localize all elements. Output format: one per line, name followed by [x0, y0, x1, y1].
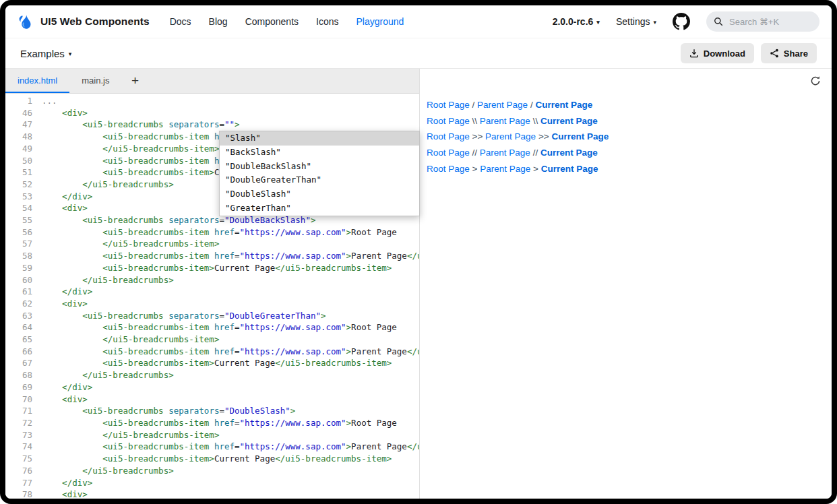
line-number: 72 [5, 417, 42, 429]
breadcrumb: Root Page // Parent Page // Current Page [427, 148, 832, 158]
line-number: 75 [5, 453, 42, 465]
breadcrumb-link[interactable]: Parent Page [480, 164, 530, 174]
line-number: 76 [5, 465, 42, 477]
chevron-down-icon: ▾ [653, 19, 656, 26]
line-number: 46 [5, 107, 42, 119]
code-line[interactable]: 65 </ui5-breadcrumbs-item> [5, 334, 419, 346]
main-nav: Docs Blog Components Icons Playground [170, 16, 404, 27]
code-line[interactable]: 70 <div> [5, 393, 419, 406]
search-box[interactable] [706, 11, 819, 32]
code-line[interactable]: 60 </ui5-breadcrumbs> [5, 274, 419, 286]
line-number: 48 [5, 131, 42, 143]
tab-main-js[interactable]: main.js [69, 69, 121, 93]
breadcrumb-link[interactable]: Parent Page [480, 116, 530, 126]
code-line[interactable]: 76 </ui5-breadcrumbs> [5, 465, 419, 477]
download-button[interactable]: Download [681, 43, 754, 63]
version-dropdown[interactable]: 2.0.0-rc.6 ▾ [553, 16, 600, 27]
share-button[interactable]: Share [761, 43, 817, 63]
autocomplete-item[interactable]: "DoubleSlash" [220, 187, 419, 201]
code-line[interactable]: 58 <ui5-breadcrumbs-item href="https://w… [5, 250, 419, 262]
line-number: 51 [5, 166, 42, 179]
autocomplete-item[interactable]: "DoubleBackSlash" [220, 160, 419, 174]
line-number: 60 [5, 274, 42, 286]
breadcrumb-link[interactable]: Parent Page [485, 131, 536, 141]
search-input[interactable] [728, 16, 805, 28]
tab-index-html[interactable]: index.html [5, 69, 69, 93]
line-number: 56 [5, 226, 42, 239]
chevron-down-icon: ▾ [596, 19, 600, 26]
line-number: 64 [5, 321, 42, 334]
line-number: 61 [5, 286, 42, 298]
line-number: 62 [5, 298, 42, 310]
line-number: 70 [5, 393, 42, 406]
preview-toolbar [420, 69, 832, 93]
code-line[interactable]: 67 <ui5-breadcrumbs-item>Current Page</u… [5, 357, 419, 369]
line-number: 50 [5, 155, 42, 167]
line-number: 66 [5, 346, 42, 358]
version-label: 2.0.0-rc.6 [553, 16, 594, 27]
breadcrumb-current: Current Page [540, 116, 598, 126]
brand[interactable]: UI5 Web Components [18, 13, 150, 30]
line-number: 53 [5, 191, 42, 203]
breadcrumb-link[interactable]: Root Page [427, 116, 470, 126]
breadcrumb-link[interactable]: Root Page [427, 131, 470, 141]
code-line[interactable]: 78 <div> [5, 489, 419, 499]
code-line[interactable]: 68 </ui5-breadcrumbs> [5, 369, 419, 381]
code-line[interactable]: 72 <ui5-breadcrumbs-item href="https://w… [5, 417, 419, 429]
breadcrumb-current: Current Page [535, 100, 592, 110]
search-icon [714, 17, 723, 26]
breadcrumb-link[interactable]: Root Page [427, 100, 470, 110]
breadcrumb-separator: >> [536, 131, 551, 141]
breadcrumb-separator: // [470, 148, 480, 158]
refresh-button[interactable] [809, 74, 822, 88]
line-number: 54 [5, 202, 42, 214]
breadcrumb-link[interactable]: Root Page [427, 148, 470, 158]
code-line[interactable]: 46 <div> [5, 107, 419, 119]
code-line[interactable]: 64 <ui5-breadcrumbs-item href="https://w… [5, 321, 419, 334]
code-line[interactable]: 62 <div> [5, 298, 419, 310]
code-line[interactable]: 71 <ui5-breadcrumbs separators="DoubleSl… [5, 405, 419, 417]
code-line[interactable]: 75 <ui5-breadcrumbs-item>Current Page</u… [5, 453, 419, 465]
autocomplete-item[interactable]: "BackSlash" [220, 146, 419, 160]
nav-playground[interactable]: Playground [356, 16, 404, 27]
nav-docs[interactable]: Docs [170, 16, 191, 27]
line-number: 57 [5, 238, 42, 250]
code-line[interactable]: 74 <ui5-breadcrumbs-item href="https://w… [5, 441, 419, 453]
add-tab-button[interactable]: + [121, 69, 148, 93]
code-line[interactable]: 57 </ui5-breadcrumbs-item> [5, 238, 419, 250]
github-icon[interactable] [673, 13, 690, 30]
nav-icons[interactable]: Icons [316, 16, 338, 27]
nav-components[interactable]: Components [245, 16, 299, 27]
nav-blog[interactable]: Blog [209, 16, 228, 27]
examples-dropdown[interactable]: Examples ▾ [20, 48, 71, 59]
autocomplete-item[interactable]: "GreaterThan" [220, 201, 419, 216]
line-number: 69 [5, 381, 42, 393]
code-line[interactable]: 77 </div> [5, 477, 419, 489]
breadcrumb-separator: / [528, 100, 535, 110]
code-line[interactable]: 63 <ui5-breadcrumbs separators="DoubleGr… [5, 310, 419, 322]
breadcrumb: Root Page > Parent Page > Current Page [427, 164, 832, 174]
autocomplete-item[interactable]: "DoubleGreaterThan" [220, 173, 419, 187]
autocomplete-item[interactable]: "Slash" [220, 131, 419, 146]
toolbar-actions: Download Share [681, 43, 817, 63]
line-number: 47 [5, 119, 42, 131]
share-label: Share [784, 49, 808, 59]
editor-tabbar: index.html main.js + [5, 69, 419, 94]
breadcrumb-link[interactable]: Parent Page [477, 100, 528, 110]
breadcrumb-link[interactable]: Parent Page [480, 148, 530, 158]
code-line[interactable]: 59 <ui5-breadcrumbs-item>Current Page</u… [5, 262, 419, 274]
code-line[interactable]: 73 </ui5-breadcrumbs-item> [5, 429, 419, 441]
preview-breadcrumbs: Root Page / Parent Page / Current PageRo… [420, 93, 832, 179]
line-number: 52 [5, 179, 42, 191]
breadcrumb-link[interactable]: Root Page [427, 164, 470, 174]
chevron-down-icon: ▾ [69, 51, 72, 57]
code-line[interactable]: 1... [5, 95, 419, 107]
code-line[interactable]: 69 </div> [5, 381, 419, 393]
code-line[interactable]: 47 <ui5-breadcrumbs separators=""> [5, 119, 419, 131]
code-line[interactable]: 61 </div> [5, 286, 419, 298]
code-line[interactable]: 56 <ui5-breadcrumbs-item href="https://w… [5, 226, 419, 239]
settings-dropdown[interactable]: Settings ▾ [616, 16, 656, 27]
code-line[interactable]: 66 <ui5-breadcrumbs-item href="https://w… [5, 346, 419, 358]
line-number: 67 [5, 357, 42, 369]
line-number: 71 [5, 405, 42, 417]
